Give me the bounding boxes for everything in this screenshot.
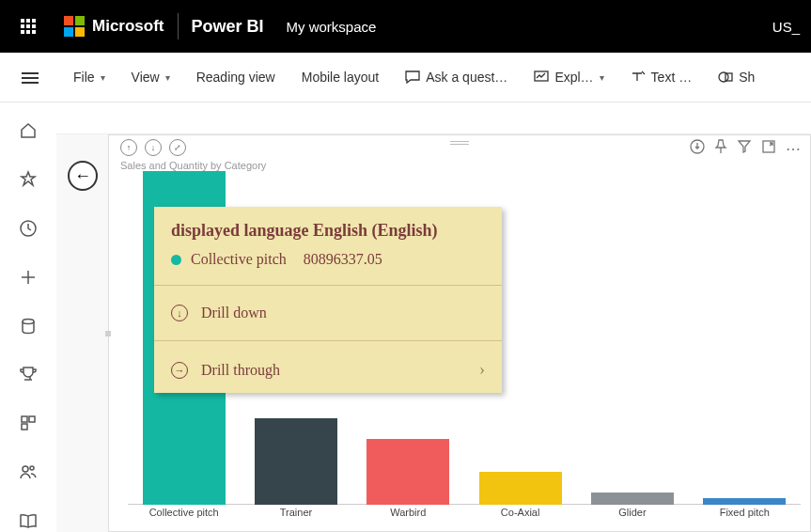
- arrow-down-double-icon: ↓: [151, 143, 156, 152]
- reading-view-label: Reading view: [196, 70, 275, 85]
- bar-glider[interactable]: [591, 493, 674, 505]
- hamburger-icon: [22, 72, 39, 84]
- nav-recent[interactable]: [17, 217, 39, 240]
- view-menu[interactable]: View▾: [118, 53, 183, 102]
- explore-label: Expl…: [554, 70, 593, 85]
- apps-icon: [19, 414, 38, 432]
- canvas-header-strip: [56, 102, 811, 134]
- product-name: Power BI: [192, 17, 264, 37]
- text-box-button[interactable]: Text …: [617, 53, 706, 102]
- shapes-button[interactable]: Sh: [705, 53, 768, 102]
- tooltip-title: displayed language English (English): [171, 220, 485, 242]
- filter-button[interactable]: [737, 139, 752, 158]
- visual-actions: ⋯: [690, 139, 801, 158]
- drill-down-button[interactable]: ↓: [145, 139, 162, 156]
- drill-through-label: Drill through: [201, 362, 280, 379]
- nav-datasets[interactable]: [17, 315, 39, 337]
- filter-icon: [737, 139, 752, 154]
- focus-icon: [761, 139, 776, 154]
- people-icon: [19, 462, 38, 481]
- expand-icon: ⤢: [174, 143, 181, 152]
- tooltip-header: displayed language English (English) Col…: [154, 207, 502, 279]
- chevron-down-icon: ▾: [101, 72, 105, 83]
- nav-favorites[interactable]: [17, 168, 39, 191]
- focus-mode-button[interactable]: [761, 139, 776, 158]
- book-icon: [19, 511, 38, 530]
- nav-learn[interactable]: [17, 509, 39, 532]
- tooltip-data-row: Collective pitch 80896337.05: [171, 251, 485, 268]
- shapes-label: Sh: [739, 70, 755, 85]
- x-label: Warbird: [367, 507, 449, 522]
- tooltip-category: Collective pitch: [191, 251, 287, 268]
- shapes-icon: [718, 70, 733, 84]
- nav-goals[interactable]: [17, 363, 39, 385]
- explore-menu[interactable]: Expl…▾: [521, 53, 616, 102]
- file-menu[interactable]: File▾: [60, 53, 118, 102]
- resize-handle-left[interactable]: [105, 331, 111, 336]
- plus-icon: [19, 268, 38, 287]
- back-button[interactable]: ←: [68, 161, 98, 191]
- microsoft-logo-icon: [64, 16, 85, 37]
- drill-up-button[interactable]: ↑: [120, 139, 137, 156]
- svg-point-9: [30, 466, 34, 470]
- drill-down-icon: ↓: [171, 305, 188, 321]
- bar-warbird[interactable]: [367, 439, 449, 505]
- bar-co-axial[interactable]: [479, 472, 562, 505]
- nav-apps[interactable]: [17, 412, 39, 434]
- global-header: Microsoft Power BI My workspace US_: [0, 0, 811, 53]
- svg-point-4: [23, 319, 34, 323]
- svg-rect-7: [22, 424, 27, 430]
- chevron-right-icon: ›: [479, 360, 485, 380]
- tooltip-separator: [154, 285, 502, 286]
- mobile-layout-button[interactable]: Mobile layout: [289, 53, 393, 102]
- visual-drag-handle[interactable]: [450, 141, 469, 147]
- ask-question-button[interactable]: Ask a quest…: [392, 53, 521, 102]
- locale-indicator[interactable]: US_: [772, 19, 802, 35]
- text-box-label: Text …: [651, 70, 693, 85]
- mobile-layout-label: Mobile layout: [302, 70, 380, 85]
- explore-icon: [534, 70, 549, 84]
- file-label: File: [73, 70, 95, 85]
- left-nav: [0, 102, 56, 532]
- expand-all-button[interactable]: ⤢: [169, 139, 186, 156]
- chevron-down-icon: ▾: [165, 72, 170, 83]
- tooltip-value: 80896337.05: [304, 251, 382, 268]
- bar-fixed-pitch[interactable]: [703, 498, 786, 505]
- chart-title: Sales and Quantity by Category: [120, 160, 266, 171]
- star-icon: [19, 170, 38, 189]
- nav-toggle-button[interactable]: [0, 53, 60, 102]
- waffle-icon: [21, 19, 36, 34]
- drill-down-label: Drill down: [201, 305, 267, 321]
- drill-through-action[interactable]: → Drill through ›: [154, 347, 502, 393]
- x-label: Fixed pitch: [703, 507, 786, 522]
- svg-rect-5: [22, 416, 27, 422]
- home-icon: [19, 121, 38, 140]
- drill-toolbar: ↑ ↓ ⤢: [120, 139, 186, 156]
- reading-view-button[interactable]: Reading view: [183, 53, 289, 102]
- series-color-swatch: [171, 255, 181, 265]
- nav-home[interactable]: [17, 119, 39, 142]
- ask-question-label: Ask a quest…: [426, 70, 507, 85]
- svg-rect-6: [29, 416, 35, 422]
- more-options-button[interactable]: ⋯: [786, 140, 801, 158]
- textbox-icon: [631, 70, 646, 84]
- export-button[interactable]: [690, 139, 705, 158]
- x-label: Glider: [591, 507, 674, 522]
- app-launcher-button[interactable]: [9, 0, 47, 53]
- microsoft-logo: Microsoft: [64, 16, 164, 37]
- drill-down-action[interactable]: ↓ Drill down: [154, 291, 502, 335]
- more-icon: ⋯: [786, 141, 801, 157]
- x-label: Co-Axial: [479, 507, 562, 522]
- chevron-down-icon: ▾: [600, 72, 604, 83]
- pin-button[interactable]: [714, 139, 727, 158]
- x-label: Trainer: [255, 507, 337, 522]
- bar-trainer[interactable]: [255, 418, 337, 505]
- x-label: Collective pitch: [143, 507, 226, 522]
- nav-shared[interactable]: [17, 461, 39, 483]
- clock-icon: [19, 219, 38, 238]
- nav-create[interactable]: [17, 266, 39, 289]
- workspace-name[interactable]: My workspace: [287, 19, 377, 35]
- svg-point-8: [23, 466, 28, 472]
- microsoft-logo-text: Microsoft: [92, 17, 164, 36]
- download-circle-icon: [690, 139, 705, 154]
